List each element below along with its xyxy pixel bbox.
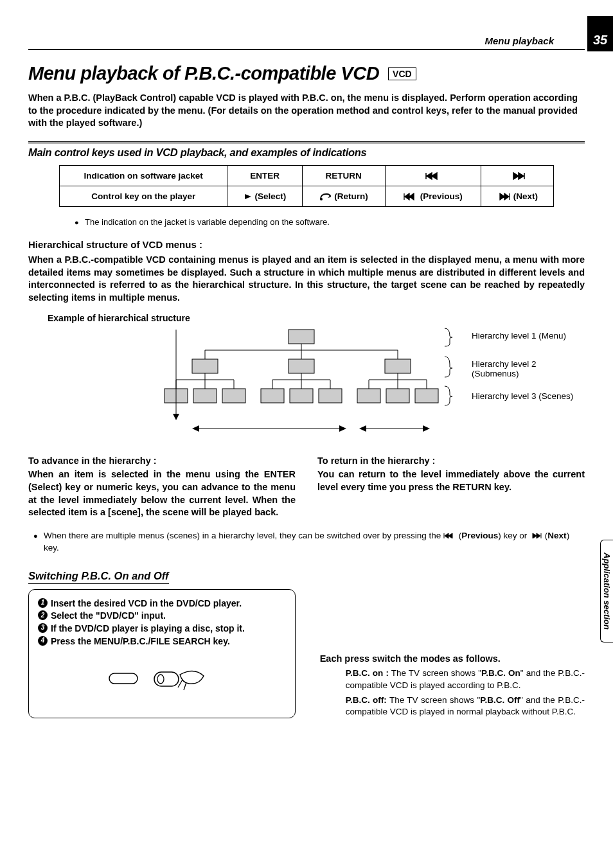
svg-rect-32 [386,389,409,403]
multi-menu-note: When there are multiple menus (scenes) i… [28,519,585,554]
cell-select: (Select) [227,186,302,206]
table-note: The indication on the jacket is variable… [28,212,585,230]
svg-point-39 [157,675,164,684]
switching-section: Switching P.B.C. On and Off 1Insert the … [28,570,585,719]
svg-rect-37 [109,673,138,684]
table-row: Indication on software jacket ENTER RETU… [60,165,554,186]
example-label: Example of hierarchical structure [48,313,585,323]
cell-return-key: (Return) [302,186,385,206]
mode-on: P.B.C. on : The TV screen shows "P.B.C. … [320,668,585,692]
page-number-tab: 35 [587,16,613,51]
switching-title: Switching P.B.C. On and Off [28,570,169,584]
svg-rect-27 [222,389,245,403]
cell-enter: ENTER [227,165,302,186]
diagram-svg [157,327,452,449]
svg-rect-1 [289,330,314,344]
table-row: Control key on the player (Select) (Retu… [60,186,554,206]
svg-rect-31 [357,389,380,403]
svg-rect-30 [319,389,342,403]
hierarchy-diagram: Hierarchy level 1 (Menu) Hierarchy level… [28,327,585,449]
page-content: Menu playback of P.B.C.-compatible VCD V… [0,50,613,738]
advance-body: When an item is selected in the menu usi… [28,468,296,518]
subheading-1: Main control keys used in VCD playback, … [28,146,585,159]
svg-rect-8 [289,359,314,373]
page-title: Menu playback of P.B.C.-compatible VCD [28,63,379,84]
title-row: Menu playback of P.B.C.-compatible VCD V… [28,63,585,84]
cell-previous-key: (Previous) [385,186,481,206]
cell-controlkey-label: Control key on the player [60,186,227,206]
intro-paragraph: When a P.B.C. (PlayBack Control) capable… [28,92,585,130]
step-3: 3If the DVD/CD player is playing a disc,… [38,623,286,635]
advance-title: To advance in the hierarchy : [28,456,296,466]
svg-rect-9 [385,359,411,373]
legend-level-1: Hierarchy level 1 (Menu) [472,331,566,341]
page-number: 35 [593,33,607,48]
legend-level-2: Hierarchy level 2 (Submenus) [472,359,585,378]
running-header: Menu playback [28,0,585,50]
svg-rect-28 [261,389,284,403]
control-keys-table: Indication on software jacket ENTER RETU… [28,165,585,207]
step-1: 1Insert the desired VCD in the DVD/CD pl… [38,598,286,610]
svg-rect-26 [193,389,217,403]
steps-box: 1Insert the desired VCD in the DVD/CD pl… [28,589,296,719]
remote-illustration [104,662,220,694]
svg-rect-7 [192,359,218,373]
legend-level-3: Hierarchy level 3 (Scenes) [472,391,573,401]
cell-return: RETURN [302,165,385,186]
svg-rect-38 [154,672,179,686]
cell-prev-icon [385,165,481,186]
modes-heading: Each press switch the modes as follows. [320,653,585,664]
cell-next-icon [481,165,554,186]
advance-return-columns: To advance in the hierarchy : When an it… [28,456,585,518]
col-advance: To advance in the hierarchy : When an it… [28,456,296,518]
hierarchical-heading: Hierarchical structure of VCD menus : [28,239,585,250]
svg-rect-33 [415,389,438,403]
col-return: To return in the hierarchy : You can ret… [317,456,585,518]
next-icon [529,533,542,539]
vcd-badge: VCD [388,67,416,80]
divider [28,141,585,144]
hierarchical-body: When a P.B.C.-compatible VCD containing … [28,254,585,304]
cell-next-key: (Next) [481,186,554,206]
svg-rect-29 [290,389,313,403]
side-tab: Application section [600,540,613,642]
step-2: 2Select the "DVD/CD" input. [38,610,286,623]
previous-icon [443,533,456,539]
mode-off: P.B.C. off: The TV screen shows "P.B.C. … [320,695,585,719]
svg-point-0 [320,198,323,200]
return-body: You can return to the level immediately … [317,468,585,493]
return-title: To return in the hierarchy : [317,456,585,466]
cell-indication-label: Indication on software jacket [60,165,227,186]
step-4: 4Press the MENU/P.B.C./FILE SEARCH key. [38,635,286,648]
modes-column: Each press switch the modes as follows. … [320,589,585,719]
